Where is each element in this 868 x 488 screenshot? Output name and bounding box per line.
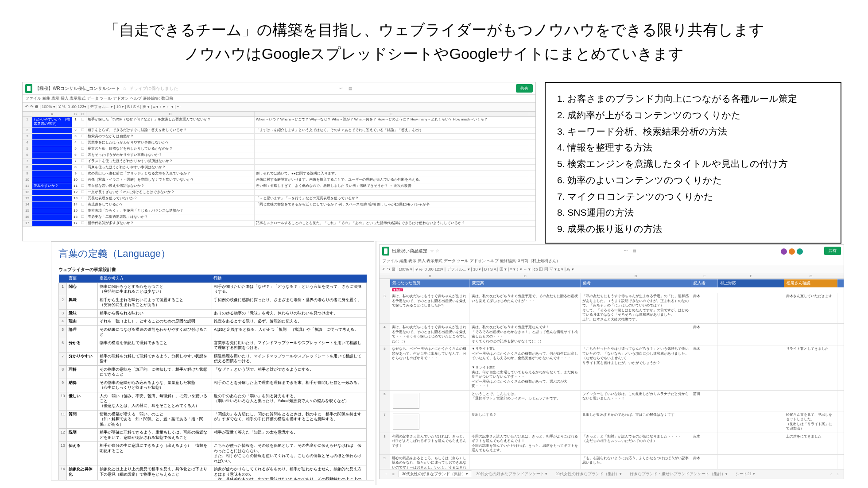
knowhow-list: 1. お客さまのブランド力向上につながる各種ルール策定2. 成約率が上がるコンテ… xyxy=(557,91,829,237)
knowhow-item: 7. マイクロコンテンツのつくりかた xyxy=(557,189,829,205)
menu-bar[interactable]: ファイル 編集 表示 挿入 表示形式 データ ツール アドオン ヘルプ 最終編集… xyxy=(380,257,844,265)
table-row: 14抽象化と具体化抽象化とは上より上の意見で相手を見え、具体化とは下より下の意見… xyxy=(59,465,367,480)
toolbar[interactable]: ↶ ↷ 🖶 | 100% ▾ | ¥ % .0 .00 123▾ | デフォル…… xyxy=(380,265,844,274)
knowhow-list-box: 1. お客さまのブランド力向上につながる各種ルール策定2. 成約率が上がるコンテ… xyxy=(545,82,841,244)
table-row[interactable]: 1212☐一文が長すぎないか？2つに分けることはできないか？ xyxy=(23,190,535,196)
knowhow-item: 6. 効率のよいコンテンツのつくりかた xyxy=(557,172,829,189)
knowhow-item: 4. 情報を整理する方法 xyxy=(557,139,829,156)
sheet-tab[interactable]: 20代女性の好きなブランド（集計）▾ xyxy=(551,470,625,477)
table-row[interactable]: 77☐イラストを使ったほうがわかりやすい頻所はないか？ xyxy=(23,159,535,165)
table-row[interactable]: 5なぜなら、ベビー用品はとにかくたくさんの種類があって、何が自生に出産していなん… xyxy=(380,345,844,391)
knowhow-item: 1. お客さまのブランド力向上につながる各種ルール策定 xyxy=(557,91,829,107)
lang-h-def: 定義や考え方 xyxy=(98,275,212,283)
table-row: 9納得その物事の意味が心み込めるような、量量意した状態（心中にしっくりと収まった… xyxy=(59,379,367,392)
lang-h-act: 行動 xyxy=(212,275,366,283)
review-column-headers: 気になった箇所 変更案 備考 記入者 村上対応 松尾さん確認 xyxy=(380,279,844,287)
table-row[interactable]: 55☐長文のため、目標などを有したりしているかなのか？ xyxy=(23,146,535,152)
section-tag: ▼気軽 xyxy=(392,288,403,291)
table-row[interactable]: 1414☐表現微をしているか？「同じ意味の書類をできるから近くにしているか？ 例… xyxy=(23,202,535,208)
table-row[interactable]: 1010☐画像（写真・イラスト・図解）を意図しなくでも意いでいないか？画像に対す… xyxy=(23,177,535,183)
table-row: 2興味相手から生まれる味わいによって留置すること（突発的に生まれることがある）手… xyxy=(59,296,367,309)
knowhow-item: 3. キーワード分析、検索結果分析の方法 xyxy=(557,124,829,140)
table-row[interactable]: 88☐写真を使ったほうがわかりやすい事例はないか？ xyxy=(23,165,535,171)
doc-title[interactable]: 【極秘】WRコンサル秘伝_コンサルシート xyxy=(35,85,120,92)
table-row[interactable]: 8今回の記事さえ読んでいただければ、きっと、相手がよろこばれるギフトを選んでもら… xyxy=(380,433,844,455)
table-row[interactable]: 11読みやすいか？11☐不自然な言い換えや省語はないか？悪い例：省略しすぎて、よ… xyxy=(23,183,535,190)
lang-h-term: 言葉 xyxy=(67,275,98,283)
sheet-tab[interactable]: 好きなブランド・嫌せいブランドアンケート（集計）▾ xyxy=(626,470,732,477)
table-row: 8理解その物事の意味を「論理的」に検知して、相手が解けた状態にできること「なぜ？… xyxy=(59,365,367,379)
share-button[interactable]: 共有 xyxy=(824,247,841,255)
h-change: 変更案 xyxy=(470,279,581,287)
table-row[interactable]: 99☐次の見出しへ進む前に「ブリッジ」となる文章を入れているか？例：それでは続い… xyxy=(23,171,535,177)
trend-icon[interactable]: 〰 xyxy=(624,249,628,253)
table-row[interactable]: 1717☐指示代名詞が多すぎないか？記事をスクロールすることのことを見た、「これ… xyxy=(23,221,535,227)
collaborator-avatars[interactable] xyxy=(780,248,804,256)
lang-subtitle: ウェブライターの事業設計書 xyxy=(58,267,367,273)
trend-icon[interactable]: 〰 xyxy=(339,86,343,91)
share-button[interactable]: 共有 xyxy=(516,84,533,93)
table-row[interactable]: 22☐相手をとらず、できるだけすぐに結論・答えを出しているか？「まずは～を紹介し… xyxy=(23,128,535,134)
star-icon[interactable]: ☆ xyxy=(123,86,127,91)
table-row[interactable]: 1わかりやすいか？ （検索意図の整理）1☐相手が探した「5W3H（なぜ？何？など… xyxy=(23,117,535,128)
h-murakami: 村上対応 xyxy=(718,279,784,287)
sheets-icon xyxy=(25,84,32,93)
table-row[interactable]: 1515☐事前表現「ひらく」、不使用「とじる」バランスは適切か？ xyxy=(23,208,535,214)
consult-spreadsheet: 【極秘】WRコンサル秘伝_コンサルシート ☆ ドライブに保存しました 〰 ▤ 共… xyxy=(22,82,536,241)
sheet-tab[interactable]: 30代女性の好きなブランド（集計）▾ xyxy=(398,470,472,477)
table-row: 1関心物事に関わろうとする心をもつこと（突発的に生まれることは少ない）相手が関り… xyxy=(59,283,367,296)
menu-bar[interactable]: ファイル 編集 表示 挿入 表示形式 データ ツール アドオン ヘルプ 最終編集… xyxy=(23,95,535,103)
table-row[interactable]: 7見出しにする？見出しが見易するかのであれば、実はこの解像はなくてす松尾さん置を… xyxy=(380,411,844,433)
h-matsuo: 松尾さん確認 xyxy=(784,279,837,287)
divider xyxy=(376,241,376,485)
knowhow-item: 9. 成果の振り返りの方法 xyxy=(557,221,829,237)
language-definitions-panel: 言葉の定義（Language） ウェブライターの事業設計書 言葉 定義や考え方 … xyxy=(51,241,374,480)
title-line-1: 「自走できるチーム」の構築を目指し、ウェブライダーがもつノウハウをできる限り共有… xyxy=(9,18,859,42)
slide-title: 「自走できるチーム」の構築を目指し、ウェブライダーがもつノウハウをできる限り共有… xyxy=(0,0,868,75)
table-row[interactable]: 3実は、私の友だちにもうすぐ赤ちゃんが生まれる予定なので、そのときに贈る出産祝い… xyxy=(380,293,844,324)
all-sheets-icon[interactable]: ≡ xyxy=(391,472,396,476)
sheet-header: 【極秘】WRコンサル秘伝_コンサルシート ☆ ドライブに保存しました 〰 ▤ 共… xyxy=(23,82,535,95)
table-row[interactable]: 6ということで、こんにちは。「選択ギフト」営業部のライター、カミムラナチです。ツ… xyxy=(380,391,844,411)
lang-title: 言葉の定義（Language） xyxy=(58,247,367,260)
star-icon[interactable]: ☆ ☆ xyxy=(430,248,439,253)
table-row: 12説明相手が明確に理解できるよう、重量もしくは、可能の措置などを用いて、意味が… xyxy=(59,429,367,442)
table-row[interactable]: 66☐表をそったほうがわかりやすい事例はないか？ xyxy=(23,152,535,159)
sheet-tab[interactable]: 30代女性の好きなブランドアンケート ▾ xyxy=(472,470,551,477)
comment-icon[interactable]: ▤ xyxy=(346,86,355,91)
sheet-tab[interactable]: シート21 ▾ xyxy=(732,470,759,477)
comment-icon[interactable]: ▤ xyxy=(630,249,639,253)
table-row[interactable]: 4実は、私の友だちにもうすぐ赤ちゃんが生まれる予定なので、そのときに贈る出産祝い… xyxy=(380,324,844,345)
table-row: 6分かる物事の構造を伝記して理解できること営業事を先に用いたり、マインドマップツ… xyxy=(59,339,367,352)
table-row: 7分かりやすい相手の理解を分解して理解できるよう、分折しやすい状態を指す構造整理… xyxy=(59,352,367,365)
table-row[interactable]: 44☐営業事をにしたほうがわかりやすい事例はないか？ xyxy=(23,140,535,146)
knowhow-item: 5. 検索エンジンを意識したタイトルや見出しの付け方 xyxy=(557,156,829,172)
h-author: 記入者 xyxy=(691,279,718,287)
scroll-left-icon[interactable]: ‹ xyxy=(829,472,833,476)
sheet-b-header: 出産祝い商品選定 ☆ ☆ 〰 ▤ 共有 xyxy=(380,245,844,257)
doc-title[interactable]: 出産祝い商品選定 xyxy=(392,248,427,254)
sheets-icon xyxy=(382,247,389,256)
table-row[interactable]: 1616☐不必要な「二重否定表現」はないか？ xyxy=(23,214,535,221)
sheet-body[interactable]: 1わかりやすいか？ （検索意図の整理）1☐相手が探した「5W3H（なぜ？何？など… xyxy=(23,117,535,227)
table-row[interactable]: 33☐検索具のつながりは自然か？ xyxy=(23,134,535,140)
add-sheet-icon[interactable]: + xyxy=(383,472,389,476)
scroll-right-icon[interactable]: › xyxy=(835,472,840,476)
avatar[interactable] xyxy=(796,248,804,256)
column-headers: ABCDE xyxy=(23,112,535,117)
avatar[interactable] xyxy=(780,248,788,256)
table-row: 5論理その結果につなげる構造の道筋をわかりやすく結び付けることAはBと定義すると… xyxy=(59,325,367,339)
drive-note: ドライブに保存しました xyxy=(129,85,178,92)
table-row[interactable]: 1313☐冗長な表現を使っていないか？「～と思います」「～を行う」などの冗長表現… xyxy=(23,196,535,202)
table-row: 10優しい人の「弱い（偏み、不安、苦痛、無理解）」に気いを親いること（優意な人と… xyxy=(59,392,367,410)
table-row: 13伝える相手が自分の中に意識にできるよう（出えるよう）、情報を明記することこち… xyxy=(59,442,367,465)
table-row: 4理由それを「強（よし）」とすることのための原因な説明推定をあるとする限り、必ず… xyxy=(59,318,367,325)
table-row: 11質問情報の構築が増える「弱い」のこと（知・解釈である「知・関係」と、置・葉で… xyxy=(59,410,367,428)
sheet-tabs-bar[interactable]: + ≡ 30代女性の好きなブランド（集計）▾30代女性の好きなブランドアンケート… xyxy=(380,469,844,479)
title-line-2: ノウハウはGoogleスプレッドシートやGoogleサイトにまとめていきます xyxy=(9,42,859,66)
avatar[interactable] xyxy=(788,248,796,256)
h-spot: 気になった箇所 xyxy=(390,279,470,287)
review-body[interactable]: 3実は、私の友だちにもうすぐ赤ちゃんが生まれる予定なので、そのときに贈る出産祝い… xyxy=(380,293,844,479)
toolbar[interactable]: ↶ ↷ 🖶 | 100% ▾ | ¥ % .0 .00 123▾ | デフォル…… xyxy=(23,103,535,112)
table-row: 3意味相手から得られる味わいありのゆる物事の「意味」を考え、体わらりの味わいを見… xyxy=(59,309,367,317)
